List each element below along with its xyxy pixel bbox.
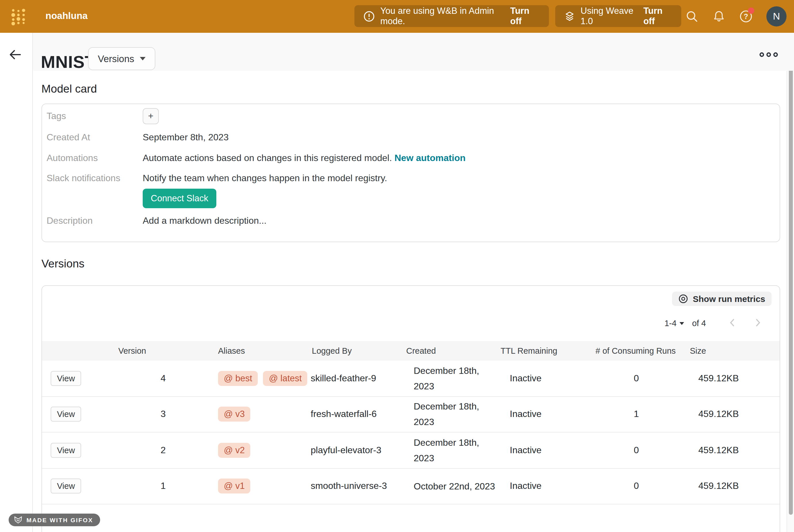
logged-by-cell: skilled-feather-9 <box>308 373 403 384</box>
ttl-cell: Inactive <box>495 409 593 420</box>
created-cell: December 18th, 2023 <box>403 435 495 466</box>
eye-icon <box>678 294 688 304</box>
top-bar: noahluna You are using W&B in Admin mode… <box>0 0 794 33</box>
search-icon[interactable] <box>685 10 699 23</box>
pagination-range-dropdown[interactable]: 1-4 <box>664 319 684 328</box>
logged-by-cell: smooth-universe-3 <box>308 481 403 491</box>
column-header: Aliases <box>176 346 308 356</box>
fox-icon <box>14 516 22 524</box>
svg-text:?: ? <box>744 12 748 20</box>
aliases-cell: @ v1 <box>176 479 308 494</box>
view-selector-label: Versions <box>98 53 134 64</box>
aliases-cell: @ v2 <box>176 443 308 458</box>
gifox-badge[interactable]: MADE WITH GIFOX <box>8 514 100 526</box>
created-cell: December 18th, 2023 <box>403 399 495 430</box>
created-at-label: Created At <box>46 132 143 143</box>
chevron-down-icon <box>680 322 684 325</box>
view-button[interactable]: View <box>51 443 81 458</box>
team-name[interactable]: noahluna <box>45 11 88 21</box>
automations-label: Automations <box>46 152 143 164</box>
help-icon[interactable]: ? <box>739 10 753 23</box>
logged-by-cell: playful-elevator-3 <box>308 445 403 456</box>
main-content: Model card Tags + Created At September 8… <box>33 71 787 532</box>
view-cell: View <box>42 479 81 494</box>
version-cell: 4 <box>160 373 176 384</box>
admin-turn-off-button[interactable]: Turn off <box>510 6 540 26</box>
versions-table-card: Show run metrics 1-4 of 4 VersionAliases… <box>41 285 780 532</box>
version-row: View4@ best@ latestskilled-feather-9Dece… <box>42 361 780 397</box>
admin-mode-banner: You are using W&B in Admin mode. Turn of… <box>355 5 549 27</box>
new-automation-link[interactable]: New automation <box>394 153 466 163</box>
layers-icon <box>564 11 575 21</box>
version-cell: 1 <box>160 481 176 491</box>
model-card: Tags + Created At September 8th, 2023 Au… <box>41 103 780 242</box>
view-button[interactable]: View <box>51 371 81 386</box>
bell-icon[interactable] <box>712 10 725 23</box>
description-placeholder[interactable]: Add a markdown description... <box>143 215 266 227</box>
ttl-cell: Inactive <box>495 373 593 384</box>
column-header: Logged By <box>308 346 403 356</box>
version-cell: 3 <box>160 409 176 420</box>
pagination: 1-4 of 4 <box>42 318 762 329</box>
consuming-runs-cell: 0 <box>634 445 639 456</box>
pagination-total: of 4 <box>692 319 706 328</box>
column-header: Size <box>680 346 743 356</box>
weave-turn-off-button[interactable]: Turn off <box>643 6 672 26</box>
logged-by-cell: fresh-waterfall-6 <box>308 409 403 420</box>
versions-table: VersionAliasesLogged ByCreatedTTL Remain… <box>42 341 780 505</box>
version-row: View1@ v1smooth-universe-3October 22nd, … <box>42 469 780 505</box>
alert-circle-icon <box>364 11 375 22</box>
alias-pill[interactable]: @ v2 <box>218 443 250 458</box>
add-tag-button[interactable]: + <box>143 108 159 124</box>
page-title: MNIST <box>41 52 95 72</box>
back-arrow-icon[interactable] <box>8 47 23 64</box>
view-button[interactable]: View <box>51 407 81 422</box>
page-header: MNIST Versions <box>0 33 794 71</box>
alias-pill[interactable]: @ latest <box>263 371 307 386</box>
created-at-value: September 8th, 2023 <box>143 132 229 143</box>
view-selector-dropdown[interactable]: Versions <box>88 47 156 70</box>
view-button[interactable]: View <box>51 479 81 494</box>
wandb-registry-page: noahluna You are using W&B in Admin mode… <box>0 0 794 532</box>
column-header: TTL Remaining <box>495 346 593 356</box>
version-cell: 2 <box>160 445 176 456</box>
alias-pill[interactable]: @ v1 <box>218 479 250 494</box>
view-cell: View <box>42 371 81 386</box>
size-cell: 459.12KB <box>698 481 743 491</box>
consuming-runs-cell: 0 <box>634 481 639 491</box>
column-header: Version <box>118 346 176 356</box>
weave-banner-text: Using Weave 1.0 <box>581 6 639 26</box>
admin-banner-text: You are using W&B in Admin mode. <box>380 6 506 26</box>
description-label: Description <box>46 215 143 227</box>
connect-slack-button[interactable]: Connect Slack <box>143 189 216 208</box>
consuming-runs-cell: 0 <box>634 373 639 384</box>
version-row: View2@ v2playful-elevator-3December 18th… <box>42 433 780 469</box>
versions-heading: Versions <box>41 257 84 270</box>
weave-banner: Using Weave 1.0 Turn off <box>555 5 681 27</box>
ellipsis-icon[interactable] <box>759 50 778 60</box>
size-cell: 459.12KB <box>698 373 743 384</box>
created-cell: October 22nd, 2023 <box>403 478 495 494</box>
slack-notifications-text: Notify the team when changes happen in t… <box>143 173 387 184</box>
version-row: View3@ v3fresh-waterfall-6December 18th,… <box>42 397 780 433</box>
alias-pill[interactable]: @ best <box>218 371 258 386</box>
model-card-heading: Model card <box>41 82 97 95</box>
avatar[interactable]: N <box>767 6 787 26</box>
automations-text: Automate actions based on changes in thi… <box>143 153 392 163</box>
tags-label: Tags <box>46 110 143 122</box>
chevron-right-icon[interactable] <box>753 318 762 329</box>
ttl-cell: Inactive <box>495 445 593 456</box>
ttl-cell: Inactive <box>495 481 593 491</box>
versions-table-header-row: VersionAliasesLogged ByCreatedTTL Remain… <box>42 341 780 361</box>
column-header: # of Consuming Runs <box>593 346 680 356</box>
consuming-runs-cell: 1 <box>634 409 639 420</box>
chevron-left-icon[interactable] <box>728 318 737 329</box>
scrollbar-thumb[interactable] <box>789 60 793 515</box>
aliases-cell: @ best@ latest <box>176 371 308 386</box>
dots-grid-logo[interactable] <box>11 8 27 25</box>
alias-pill[interactable]: @ v3 <box>218 407 250 422</box>
show-run-metrics-button[interactable]: Show run metrics <box>672 291 772 306</box>
chevron-down-icon <box>140 57 146 60</box>
column-header: Created <box>403 346 495 356</box>
size-cell: 459.12KB <box>698 409 743 420</box>
